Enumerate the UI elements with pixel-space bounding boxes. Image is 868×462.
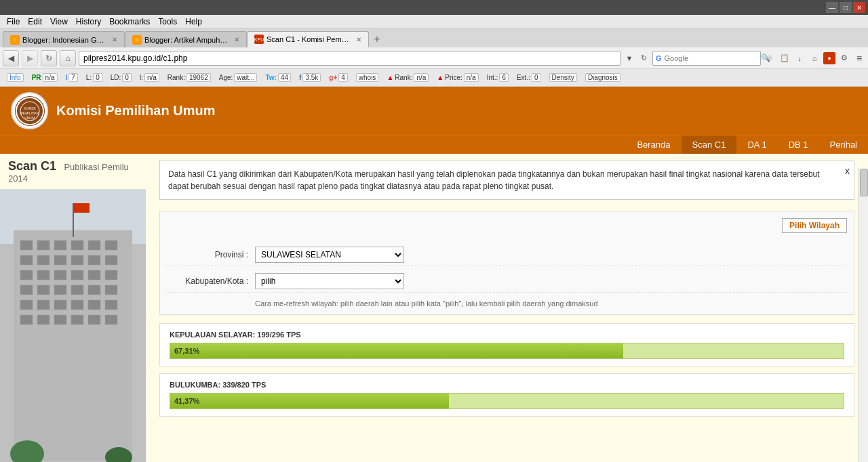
address-bar: ◀ ▶ ↻ ⌂ ▼ ↻ G 🔍 ☆ 📋 ↓ ⌂ ● ⚙ ≡ [0,47,868,69]
svg-rect-15 [37,255,50,265]
svg-rect-10 [54,240,66,250]
google-icon: G [656,54,662,62]
ext-whois[interactable]: whois [353,72,382,83]
svg-rect-13 [105,240,117,250]
page-content: KOMISI PEMILIHAN UMUM Komisi Pemilihan U… [0,87,868,462]
menu-file[interactable]: File [3,17,24,26]
ext-pr[interactable]: PR n/a [29,72,60,83]
forward-button[interactable]: ▶ [22,50,38,66]
maximize-button[interactable]: □ [840,2,852,13]
bar-container-2: 41,37% [170,393,844,409]
refresh-icon[interactable]: ↻ [637,52,650,64]
svg-rect-11 [71,240,83,250]
svg-rect-28 [54,285,66,295]
scrollbar-thumb[interactable] [860,169,868,196]
svg-rect-14 [20,255,33,265]
svg-rect-23 [71,270,83,280]
ext-ext[interactable]: Ext.: 0 [514,72,544,83]
home2-icon[interactable]: ⌂ [808,52,821,64]
scrollbar[interactable] [859,168,868,462]
svg-rect-37 [105,300,117,310]
ext-rank[interactable]: Rank: 19062 [165,72,214,83]
data-section-2: BULUKUMBA: 339/820 TPS 41,37% [159,373,854,417]
scan-c1-title: Scan C1 [8,159,56,173]
ext-info[interactable]: Info [4,72,26,83]
ext-diagnosis[interactable]: Diagnosis [583,72,623,83]
nav-scan-c1[interactable]: Scan C1 [682,135,737,154]
reload-button[interactable]: ↻ [41,50,57,66]
tab-1[interactable]: b Blogger: Indonesian GTA - ... ✕ [3,31,125,47]
ext-int[interactable]: Int.: 6 [484,72,511,83]
nav-perihal[interactable]: Perihal [819,135,868,154]
nav-beranda[interactable]: Beranda [626,135,681,154]
extension-icon[interactable]: ● [823,52,835,64]
site-title: Komisi Pemilihan Umum [56,103,216,119]
data-title-2: BULUKUMBA: 339/820 TPS [170,381,844,389]
svg-rect-21 [37,270,50,280]
menu-view[interactable]: View [46,17,72,26]
svg-rect-17 [71,255,83,265]
ext-fb[interactable]: f 3.5k [296,72,323,83]
tab-1-label: Blogger: Indonesian GTA - ... [22,36,106,44]
bookmark-star-icon[interactable]: ☆ [764,52,776,64]
content-area: Data hasil C1 yang dikirimkan dari Kabup… [146,154,868,462]
settings-icon[interactable]: ⚙ [838,52,850,64]
tab-1-close[interactable]: ✕ [112,36,117,43]
menu-history[interactable]: History [72,17,105,26]
alert-close-button[interactable]: x [845,164,850,178]
back-button[interactable]: ◀ [3,50,19,66]
svg-text:PEMILIHAN: PEMILIHAN [20,111,39,115]
svg-rect-26 [20,285,33,295]
bar-label-1: 67,31% [174,347,199,355]
ext-price[interactable]: ▲ Price: n/a [434,72,481,83]
svg-rect-16 [54,255,66,265]
tab-2-close[interactable]: ✕ [234,36,239,43]
nav-db1[interactable]: DB 1 [778,135,819,154]
pilih-wilayah-button[interactable]: Pilih Wilayah [782,218,847,233]
provinsi-label: Provinsi : [167,250,255,259]
ext-i[interactable]: I 7 [63,72,81,83]
menu-icon[interactable]: ≡ [853,52,865,64]
ext-ln[interactable]: l: n/a [137,72,162,83]
tab-3-close[interactable]: ✕ [356,36,361,43]
google-search-input[interactable] [665,51,758,65]
menu-bookmarks[interactable]: Bookmarks [105,17,154,26]
svg-rect-32 [20,300,33,310]
address-icons: ▼ ↻ [623,52,650,64]
close-button[interactable]: ✕ [853,2,865,13]
ext-tw[interactable]: Tw: 44 [262,72,294,83]
svg-rect-20 [20,270,33,280]
browser-frame: — □ ✕ File Edit View History Bookmarks T… [0,0,868,462]
provinsi-row: Provinsi : SULAWESI SELATAN [167,244,847,266]
bar-fill-2: 41,37% [170,394,449,408]
svg-text:UMUM: UMUM [24,116,35,120]
google-search-box[interactable]: G 🔍 [652,51,761,66]
address-input[interactable] [79,51,620,66]
tab-2[interactable]: b Blogger: Artikel Ampuh – B... ✕ [125,31,247,47]
page-layout: Scan C1 Publikasi Pemilu 2014 [0,154,868,462]
new-tab-button[interactable]: + [369,31,385,47]
ext-density[interactable]: Density [547,72,580,83]
download-icon[interactable]: ↓ [793,52,806,64]
minimize-button[interactable]: — [826,2,838,13]
svg-rect-39 [37,315,50,324]
ext-ld[interactable]: LD: 0 [108,72,134,83]
kabkota-select[interactable]: pilih [255,273,404,289]
ext-rank2[interactable]: ▲ Rank: n/a [384,72,431,83]
hint-text: Cara me-refresh wilayah: pilih daerah la… [167,297,847,308]
nav-da1[interactable]: DA 1 [736,135,777,154]
bookmark-list-icon[interactable]: 📋 [778,52,791,64]
tab-2-favicon: b [132,35,142,45]
menu-help[interactable]: Help [181,17,206,26]
tab-3[interactable]: KPU Scan C1 - Komisi Pemiliha... ✕ [247,31,369,47]
bar-label-2: 41,37% [174,397,199,405]
ext-age[interactable]: Age: wait... [216,72,260,83]
dropdown-arrow-icon[interactable]: ▼ [623,52,635,64]
menu-edit[interactable]: Edit [24,17,46,26]
ext-l[interactable]: L: 0 [83,72,105,83]
menu-tools[interactable]: Tools [154,17,181,26]
ext-g1[interactable]: g+ 4 [326,72,351,83]
home-button[interactable]: ⌂ [60,50,76,66]
svg-rect-8 [20,240,33,250]
provinsi-select[interactable]: SULAWESI SELATAN [255,247,404,263]
